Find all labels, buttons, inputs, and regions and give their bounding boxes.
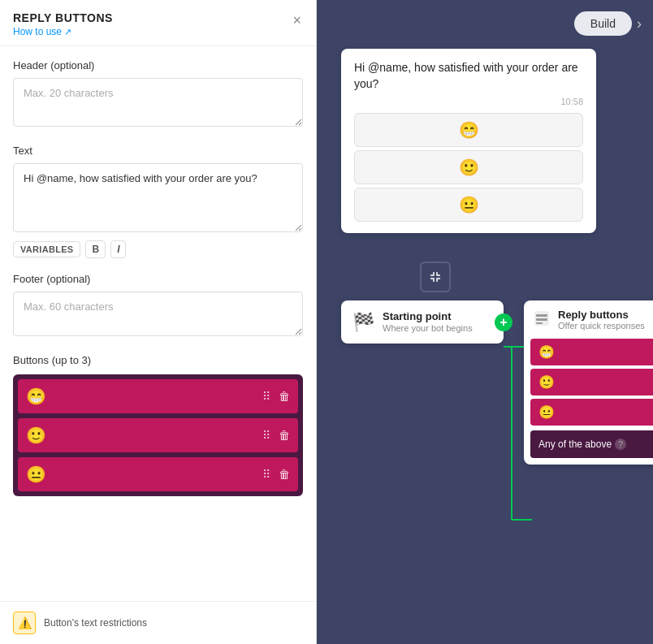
button-row-3[interactable]: 😐 ⠿ 🗑 — [18, 457, 298, 491]
starting-point-plus[interactable]: + — [495, 313, 512, 331]
delete-icon-3[interactable]: 🗑 — [279, 468, 290, 481]
starting-point-text: Starting point Where your bot begins — [383, 310, 473, 334]
buttons-container: 😁 ⠿ 🗑 🙂 ⠿ 🗑 😐 ⠿ — [13, 374, 303, 496]
rb-node-emoji-3: 😐 — [538, 404, 555, 420]
any-question-icon: ? — [615, 439, 626, 450]
rb-any-label: Any of the above — [538, 439, 612, 450]
panel-title: REPLY BUTTONS — [13, 11, 113, 24]
header-label: Header (optional) — [13, 59, 303, 71]
buttons-label: Buttons (up to 3) — [13, 354, 303, 366]
restriction-text: Button's text restrictions — [44, 617, 147, 629]
rb-any-text-group: Any of the above ? — [538, 439, 626, 450]
panel-body: Header (optional) Text Hi @name, how sat… — [0, 46, 316, 601]
chat-message-text: Hi @name, how satisfied with your order … — [354, 60, 583, 92]
button-2-emoji: 🙂 — [26, 426, 262, 445]
reply-buttons-icon — [534, 310, 550, 326]
variables-button[interactable]: VARIABLES — [13, 241, 80, 257]
drag-icon-3[interactable]: ⠿ — [262, 468, 270, 481]
header-section: Header (optional) — [13, 59, 303, 130]
buttons-section: Buttons (up to 3) 😁 ⠿ 🗑 🙂 ⠿ 🗑 — [13, 354, 303, 496]
button-3-emoji: 😐 — [26, 465, 262, 484]
footer-label: Footer (optional) — [13, 273, 303, 285]
chat-emoji-btn-2[interactable]: 🙂 — [354, 150, 583, 184]
bold-button[interactable]: B — [85, 240, 106, 258]
restriction-bar: ⚠️ Button's text restrictions — [0, 601, 316, 644]
rb-node-emoji-2: 🙂 — [538, 374, 555, 390]
rb-node-btn-2: 🙂 + — [530, 369, 653, 395]
chat-timestamp: 10:58 — [354, 97, 583, 106]
button-3-actions: ⠿ 🗑 — [262, 468, 290, 481]
footer-section: Footer (optional) — [13, 273, 303, 339]
text-label: Text — [13, 145, 303, 157]
starting-point-subtitle: Where your bot begins — [383, 322, 473, 334]
rb-node-buttons: 😁 + 🙂 + 😐 + — [524, 339, 653, 426]
rb-node-subtitle: Offer quick responses — [558, 321, 645, 331]
starting-point-title: Starting point — [383, 310, 473, 322]
warning-icon: ⚠️ — [13, 612, 36, 634]
rb-list-icon — [534, 310, 550, 330]
right-panel: Build › Hi @name, how satisfied with you… — [317, 0, 653, 644]
rb-node-emoji-1: 😁 — [538, 344, 555, 360]
delete-icon-2[interactable]: 🗑 — [279, 429, 290, 442]
compress-icon — [429, 270, 442, 283]
button-1-emoji: 😁 — [26, 387, 262, 406]
text-section: Text Hi @name, how satisfied with your o… — [13, 145, 303, 258]
left-panel: REPLY BUTTONS How to use ↗ × Header (opt… — [0, 0, 317, 644]
more-button[interactable]: › — [637, 15, 642, 32]
panel-header: REPLY BUTTONS How to use ↗ × — [0, 0, 316, 46]
header-input[interactable] — [13, 78, 303, 127]
top-bar: Build › — [574, 11, 642, 36]
chat-area: Hi @name, how satisfied with your order … — [341, 49, 629, 233]
build-button[interactable]: Build — [574, 11, 632, 36]
svg-rect-2 — [536, 318, 547, 321]
italic-button[interactable]: I — [110, 240, 126, 258]
text-toolbar: VARIABLES B I — [13, 236, 303, 258]
drag-icon-2[interactable]: ⠿ — [262, 429, 270, 442]
starting-point-node: 🏁 Starting point Where your bot begins + — [341, 300, 504, 344]
chat-bubble: Hi @name, how satisfied with your order … — [341, 49, 596, 233]
button-row-2[interactable]: 🙂 ⠿ 🗑 — [18, 418, 298, 452]
button-2-actions: ⠿ 🗑 — [262, 429, 290, 442]
svg-rect-3 — [536, 322, 543, 324]
starting-point-header: 🏁 Starting point Where your bot begins — [352, 310, 492, 334]
rb-any-row: Any of the above ? + — [530, 430, 653, 458]
chat-emoji-buttons: 😁 🙂 😐 — [354, 113, 583, 222]
footer-input[interactable] — [13, 292, 303, 336]
drag-icon-1[interactable]: ⠿ — [262, 390, 270, 403]
rb-node-text: Reply buttons Offer quick responses — [558, 309, 645, 331]
rb-node-title: Reply buttons — [558, 309, 645, 321]
rb-node-btn-3: 😐 + — [530, 399, 653, 426]
close-button[interactable]: × — [291, 11, 303, 29]
reply-buttons-node: Reply buttons Offer quick responses 😁 + … — [524, 300, 653, 465]
rb-node-btn-1: 😁 + — [530, 339, 653, 365]
svg-rect-1 — [536, 314, 547, 317]
flag-icon: 🏁 — [352, 312, 374, 333]
external-link-icon: ↗ — [64, 27, 71, 37]
text-input[interactable]: Hi @name, how satisfied with your order … — [13, 163, 303, 232]
rb-node-header: Reply buttons Offer quick responses — [524, 300, 653, 339]
panel-subtitle-link[interactable]: How to use ↗ — [13, 26, 113, 37]
collapse-button[interactable] — [420, 261, 451, 292]
chat-emoji-btn-3[interactable]: 😐 — [354, 188, 583, 222]
button-row-1[interactable]: 😁 ⠿ 🗑 — [18, 379, 298, 413]
chat-emoji-btn-1[interactable]: 😁 — [354, 113, 583, 147]
panel-title-group: REPLY BUTTONS How to use ↗ — [13, 11, 113, 37]
delete-icon-1[interactable]: 🗑 — [279, 390, 290, 403]
button-1-actions: ⠿ 🗑 — [262, 390, 290, 403]
